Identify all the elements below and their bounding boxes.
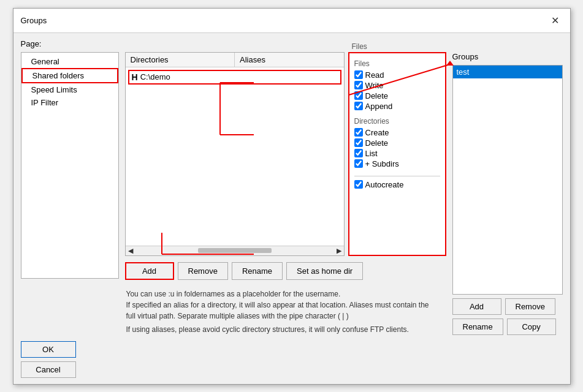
files-label: Files	[354, 59, 440, 68]
check-write-input[interactable]	[354, 81, 363, 89]
check-write-label: Write	[365, 81, 384, 90]
left-nav: General Shared folders Speed Limits IP F…	[21, 52, 119, 279]
files-panel: Files Files Read Write Delete	[348, 52, 446, 256]
check-append-label: Append	[365, 102, 393, 111]
close-button[interactable]: ✕	[547, 13, 563, 28]
check-dir-delete-label: Delete	[365, 138, 389, 148]
groups-list: test	[452, 65, 563, 295]
ok-button[interactable]: OK	[21, 341, 76, 358]
dir-entry-letter: H	[132, 72, 138, 82]
dialog-title: Groups	[21, 16, 47, 25]
files-section-header: Files	[352, 42, 367, 51]
check-autocreate: Autocreate	[354, 180, 440, 189]
nav-item-general[interactable]: General	[21, 55, 118, 68]
groups-btn-row-2: Rename Copy	[452, 318, 563, 335]
scroll-thumb	[198, 248, 272, 253]
nav-item-speed-limits[interactable]: Speed Limits	[21, 83, 118, 96]
check-autocreate-label: Autocreate	[365, 180, 404, 189]
check-subdirs-input[interactable]	[354, 159, 363, 168]
check-read-label: Read	[365, 70, 384, 80]
groups-btn-row-1: Add Remove	[452, 298, 563, 315]
check-list-input[interactable]	[354, 149, 363, 157]
dirs-section-label: Directories	[354, 117, 440, 126]
check-read-input[interactable]	[354, 70, 363, 79]
check-append-input[interactable]	[354, 102, 363, 110]
check-list: List	[354, 149, 440, 158]
remove-directory-button[interactable]: Remove	[178, 262, 228, 280]
title-bar: Groups ✕	[13, 9, 570, 33]
groups-panel: Groups test Add Remove Rename Copy	[452, 52, 563, 335]
groups-dialog: Groups ✕ Page: General Shared folders Sp…	[13, 8, 571, 385]
dialog-body: Page: General Shared folders Speed Limit…	[13, 33, 570, 384]
check-create-label: Create	[365, 128, 389, 137]
check-delete-input[interactable]	[354, 91, 363, 100]
check-dir-delete-input[interactable]	[354, 138, 363, 147]
groups-add-button[interactable]: Add	[452, 298, 501, 315]
groups-list-item-test[interactable]: test	[453, 66, 562, 78]
groups-remove-button[interactable]: Remove	[505, 298, 555, 315]
autocreate-section: Autocreate	[354, 176, 440, 189]
main-content: General Shared folders Speed Limits IP F…	[21, 52, 563, 335]
scroll-left-arrow[interactable]: ◀	[128, 247, 133, 255]
nav-item-shared-folders[interactable]: Shared folders	[21, 68, 118, 83]
check-read: Read	[354, 70, 440, 80]
groups-panel-label: Groups	[452, 52, 563, 61]
check-delete-label: Delete	[365, 91, 389, 100]
dirs-header: Directories Aliases	[126, 53, 344, 67]
dirs-scrollbar: ◀ ▶	[126, 246, 344, 255]
dir-entry-path: C:\demo	[140, 72, 170, 81]
rename-directory-button[interactable]: Rename	[232, 262, 283, 280]
page-label: Page:	[21, 39, 563, 48]
info-line-2: If specified an alias for a directory, i…	[126, 300, 445, 311]
info-line-3: full virtual path. Separate multiple ali…	[126, 311, 445, 322]
dir-buttons: Add Remove Rename Set as home dir	[125, 262, 446, 280]
bottom-buttons: OK Cancel	[21, 341, 563, 378]
check-autocreate-input[interactable]	[354, 180, 363, 189]
info-text: You can use :u in foldernames as a place…	[125, 288, 446, 335]
groups-copy-button[interactable]: Copy	[507, 318, 556, 335]
scroll-right-arrow[interactable]: ▶	[337, 247, 341, 255]
check-subdirs-label: + Subdirs	[365, 159, 399, 168]
directories-panel: Directories Aliases H C:\demo ◀	[125, 52, 345, 256]
nav-item-ip-filter[interactable]: IP Filter	[21, 96, 118, 109]
check-create: Create	[354, 128, 440, 137]
info-line-4: If using aliases, please avoid cyclic di…	[126, 324, 445, 335]
check-list-label: List	[365, 149, 378, 158]
check-create-input[interactable]	[354, 128, 363, 137]
dir-entry[interactable]: H C:\demo	[128, 70, 341, 85]
check-append: Append	[354, 102, 440, 111]
center-panel: Directories Aliases H C:\demo ◀	[125, 52, 446, 335]
add-directory-button[interactable]: Add	[125, 262, 174, 280]
check-write: Write	[354, 81, 440, 90]
groups-buttons: Add Remove Rename Copy	[452, 298, 563, 335]
dirs-body: H C:\demo	[126, 67, 344, 246]
check-dir-delete: Delete	[354, 138, 440, 148]
groups-rename-button[interactable]: Rename	[452, 318, 503, 335]
set-home-dir-button[interactable]: Set as home dir	[286, 262, 363, 280]
dirs-files-container: Directories Aliases H C:\demo ◀	[125, 52, 446, 256]
dirs-col-aliases: Aliases	[235, 53, 344, 67]
cancel-button[interactable]: Cancel	[21, 361, 76, 378]
info-line-1: You can use :u in foldernames as a place…	[126, 288, 445, 300]
check-subdirs: + Subdirs	[354, 159, 440, 168]
dirs-col-directories: Directories	[126, 53, 235, 67]
check-delete: Delete	[354, 91, 440, 100]
